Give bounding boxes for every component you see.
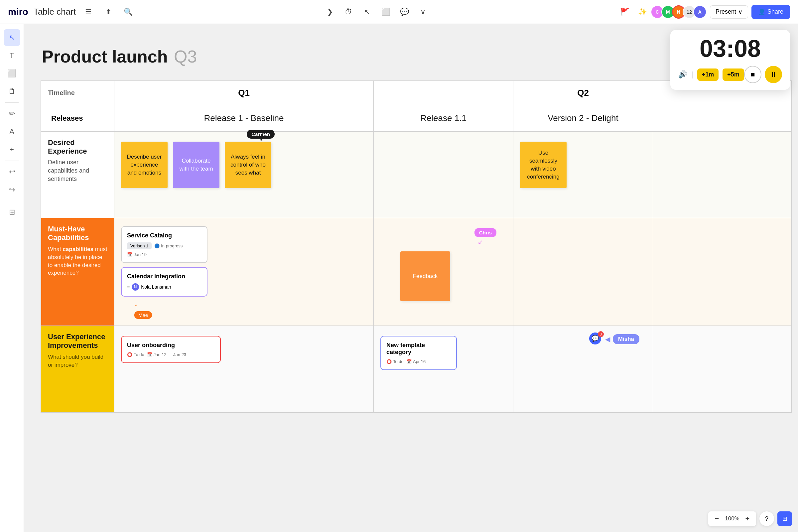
- desired-more-cell: [653, 132, 791, 218]
- must-have-label-cell: Must-Have Capabilities What capabilities…: [41, 218, 114, 325]
- nola-avatar: N: [132, 283, 139, 291]
- new-template-card[interactable]: New template category ⭕ To do 📅 Apr 16: [380, 336, 457, 370]
- add-1m-button[interactable]: +1m: [697, 69, 719, 81]
- timer-left-controls: 🔊 | +1m +5m: [678, 69, 744, 81]
- sticky-control-text: Always feel in control of who sees what: [229, 153, 267, 176]
- feedback-sticky[interactable]: Feedback: [400, 251, 450, 301]
- onboard-status-icon: ⭕: [127, 352, 132, 357]
- toolbar-right: 🚩 ✨ C M N 12 A Present ∨ 👤 Share: [618, 5, 790, 19]
- ux-more-cell: [653, 326, 791, 412]
- page-subtitle: Q3: [174, 47, 197, 66]
- sticky-control[interactable]: Always feel in control of who sees what: [225, 141, 271, 188]
- sticky-video[interactable]: Use seamlessly with video conferencing: [520, 141, 567, 188]
- toolbar-center: ❯ ⏱ ↖ ⬜ 💬 ∨: [141, 5, 612, 19]
- timer-separator: |: [691, 70, 693, 79]
- reactions-button[interactable]: ✨: [635, 5, 650, 19]
- user-onboarding-card[interactable]: User onboarding ⭕ To do 📅 Jan 12 — Jan 2…: [121, 336, 221, 363]
- template-status-icon: ⭕: [386, 359, 392, 364]
- search-button[interactable]: 🔍: [121, 5, 136, 19]
- present-button[interactable]: Present ∨: [710, 5, 748, 19]
- must-have-desc: What capabilities must absolutely be in …: [48, 245, 108, 277]
- page-title: Product launch Q3: [42, 46, 197, 66]
- text-tool[interactable]: T: [4, 47, 20, 64]
- timer-icon-button[interactable]: ⏱: [341, 5, 356, 19]
- releases-label: Releases: [51, 114, 83, 123]
- menu-button[interactable]: ☰: [81, 5, 96, 19]
- sticky-collaborate-text: Collaborate with the team: [177, 157, 215, 173]
- sidebar-divider-3: [5, 201, 19, 201]
- sticky-collaborate[interactable]: Collaborate with the team: [173, 141, 220, 188]
- grid-tool[interactable]: ⊞: [4, 204, 20, 221]
- left-arrow-icon: ◀: [605, 335, 610, 343]
- releases-label-cell: Releases: [41, 105, 114, 131]
- board-button[interactable]: ⊞: [777, 511, 792, 526]
- comment-tool-button[interactable]: 💬: [397, 5, 412, 19]
- chat-count: 3: [598, 331, 604, 337]
- feedback-text: Feedback: [413, 272, 438, 280]
- spacer-header: [374, 81, 513, 105]
- desired-q2-cell: Use seamlessly with video conferencing: [513, 132, 653, 218]
- q1-header: Q1: [114, 81, 374, 105]
- undo-tool[interactable]: ↩: [4, 164, 20, 180]
- board-icon: ⊞: [782, 515, 787, 522]
- desired-title: Desired Experience: [48, 138, 108, 156]
- more-tools-button[interactable]: ∨: [416, 5, 430, 19]
- share-icon: 👤: [758, 8, 765, 16]
- zoom-minus-button[interactable]: −: [711, 513, 722, 524]
- ux-desc: What should you build or improve?: [48, 353, 108, 369]
- service-catalog-card[interactable]: Service Catalog Verison 1 🔵 In progress …: [121, 226, 208, 263]
- desired-desc: Define user capabilities and sentiments: [48, 158, 108, 184]
- add-5m-button[interactable]: +5m: [723, 69, 744, 81]
- left-sidebar: ↖ T ⬜ 🗒 ✏ A + ↩ ↪ ⊞: [0, 24, 24, 532]
- pen-tool[interactable]: ✏: [4, 106, 20, 122]
- must-have-title: Must-Have Capabilities: [48, 225, 108, 242]
- sticky-tool[interactable]: 🗒: [4, 83, 20, 100]
- must-have-more-cell: [653, 218, 791, 325]
- calendar-card[interactable]: Calendar integration ≡ N Nola Lansman: [121, 267, 208, 297]
- calendar-icon: ≡: [127, 284, 130, 290]
- status-icon: 🔵: [154, 243, 159, 248]
- must-have-q2-cell: [513, 218, 653, 325]
- select-tool[interactable]: ↖: [4, 29, 20, 46]
- sidebar-divider-1: [5, 102, 19, 103]
- shape-tool[interactable]: ⬜: [4, 65, 20, 82]
- template-date: 📅 Apr 16: [406, 359, 425, 364]
- chat-bubble: 💬 3: [589, 332, 603, 346]
- pause-icon: ⏸: [770, 70, 777, 79]
- share-button[interactable]: 👤 Share: [752, 5, 790, 19]
- miro-logo[interactable]: miro: [8, 7, 28, 17]
- mae-label: Mae: [134, 311, 152, 319]
- text2-tool[interactable]: A: [4, 124, 20, 140]
- must-have-q1-cell: Service Catalog Verison 1 🔵 In progress …: [114, 218, 374, 325]
- onboarding-title: User onboarding: [127, 342, 215, 349]
- help-button[interactable]: ?: [759, 511, 774, 526]
- stop-button[interactable]: ■: [744, 66, 761, 83]
- redo-tool[interactable]: ↪: [4, 182, 20, 198]
- add-tool[interactable]: +: [4, 141, 20, 158]
- desired-rel11-cell: [374, 132, 513, 218]
- zoom-plus-button[interactable]: +: [742, 513, 753, 524]
- cursor-tool-button[interactable]: ↖: [360, 5, 374, 19]
- ux-label-cell: User Experience Improvements What should…: [41, 326, 114, 412]
- carmen-cursor-arrow: ↙: [260, 135, 265, 142]
- frame-tool-button[interactable]: ⬜: [378, 5, 393, 19]
- nav-back-button[interactable]: ❯: [323, 5, 337, 19]
- desired-row: Desired Experience Define user capabilit…: [41, 132, 791, 218]
- logo-area: miro: [8, 7, 28, 17]
- timeline-header: Timeline: [41, 81, 114, 105]
- flag-button[interactable]: 🚩: [618, 5, 632, 19]
- share-label: Share: [767, 8, 783, 15]
- releases-row: Releases Release 1 - Baseline Release 1.…: [41, 105, 791, 132]
- pause-button[interactable]: ⏸: [765, 66, 782, 83]
- export-button[interactable]: ⬆: [101, 5, 116, 19]
- mae-cursor: ↑ Mae: [134, 302, 367, 319]
- volume-icon[interactable]: 🔊: [678, 70, 687, 79]
- calendar-title: Calendar integration: [127, 273, 202, 280]
- date-icon: 📅: [127, 252, 132, 257]
- ux-q1-cell: User onboarding ⭕ To do 📅 Jan 12 — Jan 2…: [114, 326, 374, 412]
- timer-widget: 03:08 🔊 | +1m +5m ■ ⏸: [670, 30, 790, 90]
- service-catalog-tags: Verison 1 🔵 In progress 📅 Jan 19: [127, 242, 202, 257]
- sticky-describe[interactable]: Describe user experience and emotions: [121, 141, 168, 188]
- onboard-status: ⭕ To do: [127, 352, 144, 357]
- template-title: New template category: [386, 342, 451, 356]
